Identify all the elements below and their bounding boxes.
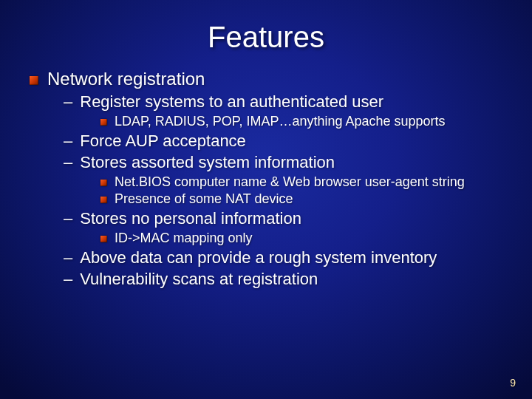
level2-text: Stores no personal information bbox=[80, 209, 301, 228]
level3-text: ID->MAC mapping only bbox=[115, 231, 253, 246]
square-bullet-icon bbox=[100, 236, 107, 242]
square-bullet-icon bbox=[100, 197, 107, 203]
bullet-level2: – Stores no personal information bbox=[64, 209, 517, 228]
bullet-level2: – Force AUP acceptance bbox=[64, 132, 517, 151]
bullet-level3: Net.BIOS computer name & Web browser use… bbox=[100, 174, 517, 190]
slide-content: Network registration – Register systems … bbox=[0, 69, 532, 289]
square-bullet-icon bbox=[100, 180, 107, 186]
page-number: 9 bbox=[510, 377, 516, 389]
dash-icon: – bbox=[64, 132, 72, 151]
slide-title: Features bbox=[0, 0, 532, 66]
square-bullet-icon bbox=[100, 119, 107, 126]
bullet-level2: – Above data can provide a rough system … bbox=[64, 248, 517, 267]
square-bullet-icon bbox=[30, 76, 38, 85]
slide: Features Network registration – Register… bbox=[0, 0, 532, 399]
level2-text: Stores assorted system information bbox=[80, 153, 335, 172]
bullet-level3: ID->MAC mapping only bbox=[100, 231, 517, 246]
dash-icon: – bbox=[64, 209, 72, 228]
bullet-level3: LDAP, RADIUS, POP, IMAP…anything Apache … bbox=[100, 114, 517, 129]
level3-text: LDAP, RADIUS, POP, IMAP…anything Apache … bbox=[115, 114, 446, 129]
level2-text: Register systems to an authenticated use… bbox=[80, 92, 383, 112]
bullet-level2: – Vulnerability scans at registration bbox=[64, 270, 517, 289]
level2-text: Force AUP acceptance bbox=[80, 132, 246, 151]
bullet-level2: – Register systems to an authenticated u… bbox=[64, 92, 517, 112]
level3-text: Net.BIOS computer name & Web browser use… bbox=[115, 174, 465, 190]
level2-text: Above data can provide a rough system in… bbox=[80, 248, 437, 267]
bullet-level2: – Stores assorted system information bbox=[64, 153, 517, 172]
dash-icon: – bbox=[64, 153, 72, 172]
level2-text: Vulnerability scans at registration bbox=[80, 270, 318, 289]
dash-icon: – bbox=[64, 270, 72, 289]
bullet-level1: Network registration bbox=[30, 69, 517, 89]
level1-text: Network registration bbox=[47, 69, 205, 89]
dash-icon: – bbox=[64, 92, 72, 112]
dash-icon: – bbox=[64, 248, 72, 267]
level3-text: Presence of some NAT device bbox=[115, 191, 293, 207]
bullet-level3: Presence of some NAT device bbox=[100, 191, 517, 207]
